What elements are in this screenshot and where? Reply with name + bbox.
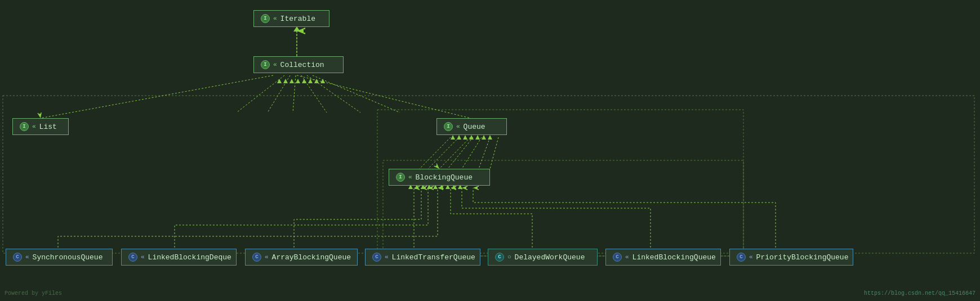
arrayblockingqueue-icon: C <box>252 253 261 262</box>
node-linkedblockingdeque[interactable]: C « LinkedBlockingDeque <box>121 249 237 266</box>
list-icon: I <box>20 122 29 131</box>
svg-line-9 <box>307 75 360 113</box>
collection-marker: « <box>273 61 277 68</box>
svg-marker-37 <box>488 135 492 140</box>
queue-icon: I <box>444 122 453 131</box>
priorityblockingqueue-label: PriorityBlockingQueue <box>756 253 849 262</box>
svg-marker-30 <box>293 26 300 32</box>
delayedworkqueue-label: DelayedWorkQueue <box>515 253 585 262</box>
linkedblockingdeque-icon: C <box>128 253 137 262</box>
node-collection[interactable]: I « Collection <box>253 56 344 73</box>
linkedblockingdeque-marker: « <box>141 254 145 260</box>
node-queue[interactable]: I « Queue <box>436 118 507 135</box>
synchronousqueue-marker: « <box>25 254 29 260</box>
blockingqueue-marker: « <box>408 174 412 181</box>
svg-marker-26 <box>302 79 306 83</box>
list-label: List <box>39 123 57 131</box>
svg-line-15 <box>462 137 482 169</box>
linkedblockingdeque-label: LinkedBlockingDeque <box>148 253 231 262</box>
node-linkedtransferqueue[interactable]: C « LinkedTransferQueue <box>365 249 480 266</box>
iterable-label: Iterable <box>280 15 315 23</box>
arrayblockingqueue-label: ArrayBlockingQueue <box>272 253 351 262</box>
svg-marker-35 <box>475 135 480 140</box>
linkedblockingqueue-marker: « <box>625 254 629 260</box>
linkedblockingqueue-icon: C <box>613 253 622 262</box>
synchronousqueue-icon: C <box>13 253 22 262</box>
node-arrayblockingqueue[interactable]: C « ArrayBlockingQueue <box>245 249 358 266</box>
svg-marker-22 <box>277 79 282 83</box>
linkedtransferqueue-marker: « <box>385 254 389 260</box>
svg-line-17 <box>490 137 498 169</box>
linkedtransferqueue-icon: C <box>372 253 381 262</box>
svg-line-6 <box>268 75 290 113</box>
arrayblockingqueue-marker: « <box>265 254 269 260</box>
diagram-container: I « Iterable I « Collection I « List I «… <box>0 0 980 301</box>
svg-line-14 <box>448 137 473 169</box>
iterable-marker: « <box>273 15 277 22</box>
watermark-left: Powered by yFiles <box>5 290 62 296</box>
node-list[interactable]: I « List <box>12 118 69 135</box>
watermark-right: https://blog.csdn.net/qq_15416647 <box>864 290 975 296</box>
svg-marker-31 <box>451 135 455 140</box>
svg-marker-34 <box>469 135 474 140</box>
linkedtransferqueue-label: LinkedTransferQueue <box>392 253 475 262</box>
svg-line-8 <box>301 75 327 113</box>
queue-label: Queue <box>464 123 485 131</box>
node-synchronousqueue[interactable]: C « SynchronousQueue <box>6 249 113 266</box>
priorityblockingqueue-icon: C <box>737 253 746 262</box>
svg-line-12 <box>420 137 451 169</box>
priorityblockingqueue-marker: « <box>749 254 753 260</box>
svg-marker-29 <box>320 79 325 83</box>
collection-icon: I <box>261 60 270 69</box>
svg-marker-32 <box>457 135 461 140</box>
svg-line-13 <box>428 137 459 169</box>
delayedworkqueue-marker: ○ <box>507 254 511 260</box>
svg-line-11 <box>439 137 470 169</box>
node-blockingqueue[interactable]: I « BlockingQueue <box>389 169 490 186</box>
svg-marker-33 <box>463 135 467 140</box>
node-delayedworkqueue[interactable]: C ○ DelayedWorkQueue <box>488 249 598 266</box>
blockingqueue-icon: I <box>396 173 405 182</box>
svg-line-3 <box>41 75 273 118</box>
node-linkedblockingqueue[interactable]: C « LinkedBlockingQueue <box>605 249 721 266</box>
iterable-icon: I <box>261 14 270 23</box>
svg-marker-36 <box>482 135 486 140</box>
svg-marker-28 <box>314 79 319 83</box>
collection-label: Collection <box>280 61 324 69</box>
node-iterable[interactable]: I « Iterable <box>253 10 329 27</box>
queue-marker: « <box>456 123 460 130</box>
svg-line-7 <box>293 75 296 113</box>
blockingqueue-label: BlockingQueue <box>416 173 473 182</box>
svg-line-5 <box>237 75 284 113</box>
svg-marker-23 <box>283 79 288 83</box>
svg-marker-27 <box>308 79 313 83</box>
node-priorityblockingqueue[interactable]: C « PriorityBlockingQueue <box>729 249 853 266</box>
linkedblockingqueue-label: LinkedBlockingQueue <box>632 253 716 262</box>
svg-line-16 <box>479 137 490 169</box>
svg-marker-25 <box>296 79 300 83</box>
delayedworkqueue-icon: C <box>495 253 504 262</box>
svg-line-10 <box>313 75 400 113</box>
svg-line-4 <box>297 75 470 118</box>
svg-marker-24 <box>289 79 294 83</box>
synchronousqueue-label: SynchronousQueue <box>33 253 103 262</box>
list-marker: « <box>32 123 36 130</box>
